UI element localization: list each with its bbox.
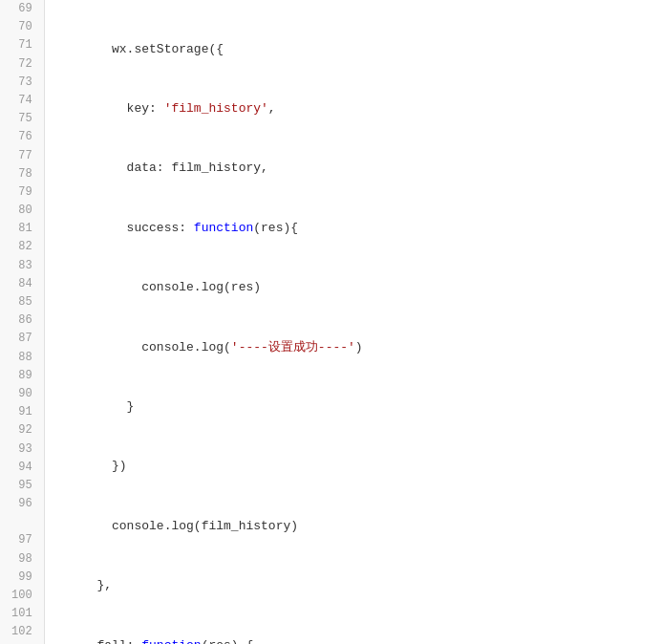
code-line-73: console.log(res) bbox=[53, 278, 661, 298]
code-line-78: }, bbox=[53, 576, 661, 596]
code-line-75: } bbox=[53, 397, 661, 418]
code-line-74: console.log('----设置成功----') bbox=[53, 338, 661, 358]
code-editor: 69 70 71 72 73 74 75 76 77 78 79 80 81 8… bbox=[0, 0, 661, 644]
code-line-69: wx.setStorage({ bbox=[53, 40, 661, 60]
line-number-gutter: 69 70 71 72 73 74 75 76 77 78 79 80 81 8… bbox=[0, 0, 45, 644]
code-text[interactable]: wx.setStorage({ key: 'film_history', dat… bbox=[45, 0, 661, 644]
code-line-76: }) bbox=[53, 457, 661, 477]
code-line-77: console.log(film_history) bbox=[53, 517, 661, 537]
code-line-71: data: film_history, bbox=[53, 159, 661, 179]
code-line-70: key: 'film_history', bbox=[53, 99, 661, 119]
code-line-72: success: function(res){ bbox=[53, 219, 661, 239]
code-line-79: fall: function(res) { bbox=[53, 636, 661, 645]
